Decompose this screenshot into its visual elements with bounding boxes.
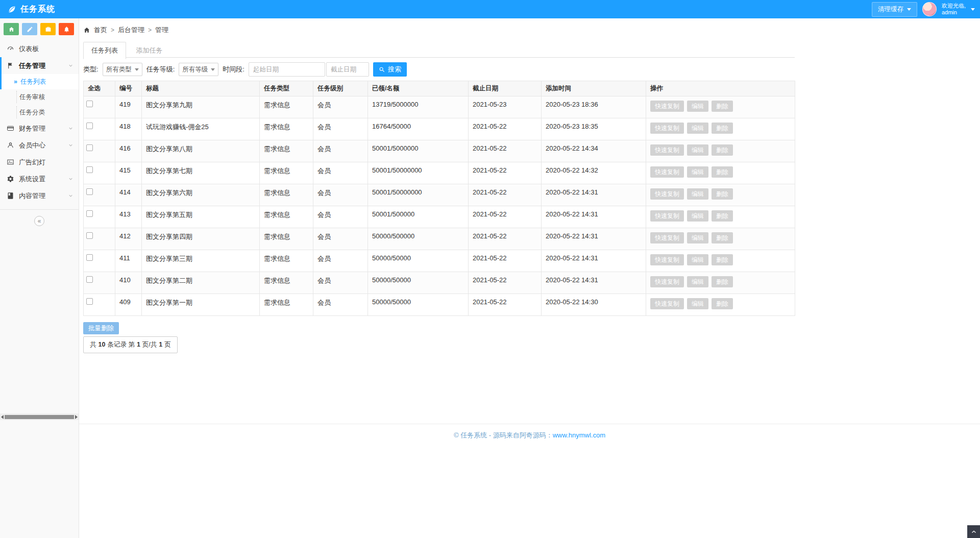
scroll-right-icon[interactable] — [75, 415, 78, 419]
quick-copy-button[interactable]: 快速复制 — [650, 166, 684, 178]
quick-copy-button[interactable]: 快速复制 — [650, 123, 684, 134]
row-checkbox[interactable] — [86, 210, 93, 217]
notifications-button[interactable] — [59, 23, 74, 35]
scroll-left-icon[interactable] — [1, 415, 4, 419]
search-button[interactable]: 搜索 — [373, 62, 407, 77]
sidebar-item-task-review[interactable]: » 任务审核 — [0, 89, 79, 105]
footer-link[interactable]: www.hnymwl.com — [553, 431, 605, 439]
task-id: 412 — [115, 228, 142, 250]
quick-copy-button[interactable]: 快速复制 — [650, 254, 684, 265]
delete-button[interactable]: 删除 — [712, 166, 733, 178]
quick-copy-button[interactable]: 快速复制 — [650, 144, 684, 156]
checkbox-cell — [84, 294, 115, 316]
sidebar-item-task-management[interactable]: 任务管理 — [0, 57, 79, 74]
actions-cell: 快速复制编辑删除 — [646, 228, 795, 250]
delete-button[interactable]: 删除 — [712, 188, 733, 200]
quick-actions — [0, 18, 79, 40]
tasks-quick-button[interactable] — [40, 23, 56, 35]
task-type: 需求信息 — [260, 96, 313, 118]
checkbox-cell — [84, 206, 115, 228]
sidebar-item-content-management[interactable]: 内容管理 — [0, 187, 79, 204]
edit-button[interactable]: 编辑 — [687, 101, 708, 112]
quick-copy-button[interactable]: 快速复制 — [650, 276, 684, 287]
tab-task-list[interactable]: 任务列表 — [83, 42, 126, 59]
back-to-top-button[interactable] — [967, 525, 980, 538]
sidebar-item-ad-slides[interactable]: 广告幻灯 — [0, 154, 79, 170]
delete-button[interactable]: 删除 — [712, 298, 733, 309]
time-range-label: 时间段: — [223, 65, 244, 74]
batch-delete-button[interactable]: 批量删除 — [83, 322, 119, 334]
quick-copy-button[interactable]: 快速复制 — [650, 298, 684, 309]
scrollbar-thumb[interactable] — [5, 415, 74, 419]
sidebar-item-dashboard[interactable]: 仪表板 — [0, 40, 79, 57]
row-checkbox[interactable] — [86, 254, 93, 261]
sidebar-item-task-category[interactable]: » 任务分类 — [0, 105, 79, 120]
task-id: 419 — [115, 96, 142, 118]
avatar[interactable] — [922, 2, 937, 16]
delete-button[interactable]: 删除 — [712, 210, 733, 222]
edit-button[interactable]: 编辑 — [687, 123, 708, 134]
row-checkbox[interactable] — [86, 232, 93, 239]
row-checkbox[interactable] — [86, 188, 93, 195]
task-id: 418 — [115, 118, 142, 140]
task-level: 会员 — [313, 294, 368, 316]
edit-button[interactable]: 编辑 — [687, 276, 708, 287]
type-select[interactable]: 所有类型 — [103, 63, 142, 76]
row-checkbox[interactable] — [86, 276, 93, 283]
row-checkbox[interactable] — [86, 123, 93, 129]
clear-cache-button[interactable]: 清理缓存 — [872, 2, 917, 17]
edit-quick-button[interactable] — [22, 23, 37, 35]
task-title: 试玩游戏赚钱-佣金25 — [142, 118, 260, 140]
delete-button[interactable]: 删除 — [712, 123, 733, 134]
delete-button[interactable]: 删除 — [712, 144, 733, 156]
task-level: 会员 — [313, 272, 368, 294]
task-table-body: 419图文分享第九期需求信息会员13719/50000002021-05-232… — [84, 96, 795, 316]
breadcrumb-admin[interactable]: 后台管理 — [118, 26, 144, 35]
delete-button[interactable]: 删除 — [712, 254, 733, 265]
edit-button[interactable]: 编辑 — [687, 166, 708, 178]
sidebar-item-system-settings[interactable]: 系统设置 — [0, 170, 79, 187]
quick-copy-button[interactable]: 快速复制 — [650, 232, 684, 243]
sidebar-scrollbar[interactable] — [0, 413, 79, 420]
task-type: 需求信息 — [260, 294, 313, 316]
summary-mid: 条记录 第 — [107, 341, 134, 348]
edit-button[interactable]: 编辑 — [687, 210, 708, 222]
page-footer: © 任务系统 - 源码来自阿奇源码：www.hnymwl.com — [79, 424, 980, 440]
task-quota: 50001/5000000 — [368, 140, 469, 162]
task-title: 图文分享第三期 — [142, 250, 260, 272]
sidebar-item-member-center[interactable]: 会员中心 — [0, 137, 79, 154]
welcome-line1: 欢迎光临, — [942, 3, 966, 9]
tab-add-task[interactable]: 添加任务 — [128, 42, 170, 59]
sidebar-item-finance[interactable]: 财务管理 — [0, 120, 79, 137]
level-select[interactable]: 所有等级 — [179, 63, 218, 76]
user-menu-caret-icon[interactable] — [971, 8, 975, 11]
end-date-input[interactable] — [326, 62, 369, 77]
row-checkbox[interactable] — [86, 166, 93, 173]
edit-button[interactable]: 编辑 — [687, 188, 708, 200]
edit-button[interactable]: 编辑 — [687, 232, 708, 243]
home-icon — [83, 27, 90, 34]
sidebar-collapse-button[interactable]: « — [34, 216, 44, 226]
filter-bar: 类型: 所有类型 任务等级: 所有等级 时间段: 搜索 — [83, 62, 976, 77]
row-checkbox[interactable] — [86, 144, 93, 151]
row-checkbox[interactable] — [86, 101, 93, 107]
delete-button[interactable]: 删除 — [712, 232, 733, 243]
table-row: 416图文分享第八期需求信息会员50001/50000002021-05-222… — [84, 140, 795, 162]
task-title: 图文分享第一期 — [142, 294, 260, 316]
row-checkbox[interactable] — [86, 298, 93, 305]
delete-button[interactable]: 删除 — [712, 276, 733, 287]
edit-button[interactable]: 编辑 — [687, 254, 708, 265]
edit-button[interactable]: 编辑 — [687, 298, 708, 309]
quick-copy-button[interactable]: 快速复制 — [650, 188, 684, 200]
sidebar-item-task-list[interactable]: » 任务列表 — [0, 74, 79, 89]
task-title: 图文分享第五期 — [142, 206, 260, 228]
home-button[interactable] — [4, 23, 19, 35]
checkbox-cell — [84, 118, 115, 140]
breadcrumb-home[interactable]: 首页 — [94, 26, 107, 35]
edit-button[interactable]: 编辑 — [687, 144, 708, 156]
task-level: 会员 — [313, 96, 368, 118]
quick-copy-button[interactable]: 快速复制 — [650, 101, 684, 112]
start-date-input[interactable] — [249, 62, 325, 77]
quick-copy-button[interactable]: 快速复制 — [650, 210, 684, 222]
delete-button[interactable]: 删除 — [712, 101, 733, 112]
